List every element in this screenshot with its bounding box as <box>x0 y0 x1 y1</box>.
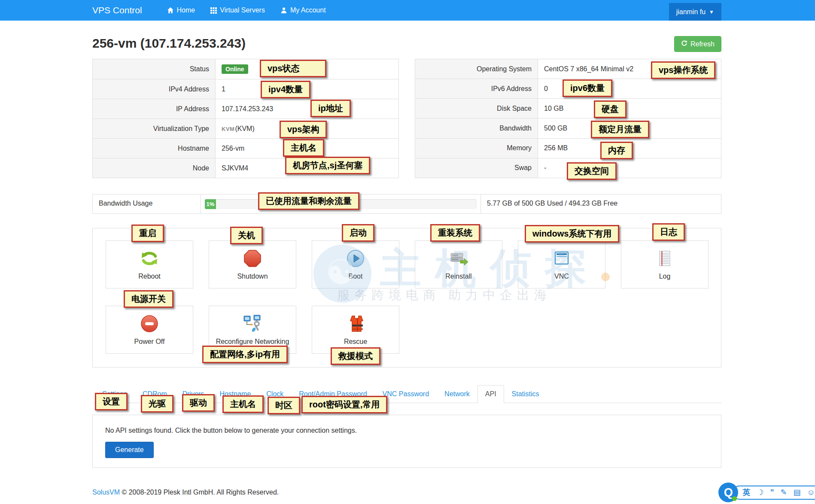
navbar: VPS Control Home Virtual Servers My Acco… <box>0 0 815 21</box>
wrench-icon[interactable]: ✎ <box>781 489 787 496</box>
annotation-cdrom: 光驱 <box>141 395 173 413</box>
annotation-clock: 时区 <box>268 397 300 414</box>
vnc-window-icon <box>552 249 571 268</box>
annotation-settings: 设置 <box>95 393 128 410</box>
rescue-button[interactable]: Rescue <box>312 306 399 354</box>
refresh-button[interactable]: Refresh <box>674 36 721 52</box>
refresh-label: Refresh <box>690 40 715 48</box>
refresh-icon <box>681 40 687 48</box>
table-row: Hostname 256-vm <box>93 139 399 158</box>
api-message: No API settings found. Click the button … <box>105 427 709 434</box>
annotation-boot: 启动 <box>342 224 374 242</box>
power-off-button[interactable]: Power Off <box>106 306 193 354</box>
power-off-icon <box>140 314 159 333</box>
tile-label: Reinstall <box>445 273 471 280</box>
row-value: 107.174.253.243 <box>216 99 399 119</box>
annotation-virtualization: vps架构 <box>280 121 327 138</box>
log-button[interactable]: Log <box>621 240 709 288</box>
annotation-status: vps状态 <box>260 60 326 77</box>
home-icon <box>167 7 174 14</box>
table-row: IPv4 Address 1 <box>93 79 399 99</box>
bandwidth-progress-fill: 1% <box>205 199 216 209</box>
user-menu-button[interactable]: jianmin fu ▼ <box>669 3 721 21</box>
clipboard-icon[interactable]: ▤ <box>794 489 801 496</box>
tile-label: Boot <box>349 273 363 280</box>
vnc-button[interactable]: VNC <box>518 240 605 288</box>
bandwidth-usage-row: Bandwidth Usage 1% 5.77 GB of 500 GB Use… <box>92 194 721 214</box>
user-name: jianmin fu <box>676 8 706 16</box>
bandwidth-summary: 5.77 GB of 500 GB Used / 494.23 GB Free <box>481 194 721 213</box>
annotation-hostname-tab: 主机名 <box>222 395 264 413</box>
boot-button[interactable]: Boot <box>312 240 399 288</box>
row-label: Disk Space <box>415 99 538 118</box>
actions-row-1: Reboot Shutdown Boot Reinstall VNC Log <box>106 240 721 288</box>
nav-item-virtual-servers[interactable]: Virtual Servers <box>203 0 273 21</box>
row-label: Virtualization Type <box>93 119 216 139</box>
page-title: 256-vm (107.174.253.243) <box>92 36 246 51</box>
log-icon <box>655 249 674 268</box>
row-value: 10 GB <box>538 99 721 118</box>
nav-item-label: Virtual Servers <box>220 6 265 14</box>
annotation-swap: 交换空间 <box>567 162 617 180</box>
tile-label: Shutdown <box>237 273 268 280</box>
annotation-root-password: root密码设置,常用 <box>301 396 387 413</box>
footer: SolusVM © 2008-2019 Plesk Intl GmbH. All… <box>92 489 721 496</box>
actions-panel: Reboot Shutdown Boot Reinstall VNC Log <box>92 228 721 367</box>
nav-item-home[interactable]: Home <box>159 0 203 21</box>
brand-link[interactable]: VPS Control <box>92 5 142 15</box>
solusvm-link[interactable]: SolusVM <box>92 489 120 496</box>
boot-icon <box>346 249 365 268</box>
row-label: IPv4 Address <box>93 79 216 99</box>
annotation-vnc: windows系统下有用 <box>525 225 619 243</box>
reinstall-button[interactable]: Reinstall <box>415 240 502 288</box>
nav-item-label: My Account <box>290 6 326 14</box>
table-row: IP Address 107.174.253.243 <box>93 99 399 119</box>
kvm-logo: KVM <box>222 126 234 132</box>
life-vest-icon <box>346 314 365 333</box>
row-label: Memory <box>415 138 538 158</box>
tab-statistics[interactable]: Statistics <box>504 385 547 403</box>
tile-label: Reboot <box>138 273 161 280</box>
title-row: 256-vm (107.174.253.243) Refresh <box>92 36 721 52</box>
annotation-reboot: 重启 <box>131 225 164 242</box>
quote-icon[interactable]: ” <box>770 489 774 496</box>
row-label: Status <box>93 59 216 79</box>
virtualization-value: (KVM) <box>235 125 254 132</box>
info-tables: Status Online IPv4 Address 1 IP Address … <box>92 59 721 178</box>
annotation-reinstall: 重装系统 <box>430 224 480 242</box>
table-row: Disk Space 10 GB <box>415 99 721 118</box>
copyright-text: © 2008-2019 Plesk Intl GmbH. All Rights … <box>122 489 279 496</box>
reboot-button[interactable]: Reboot <box>106 240 193 288</box>
row-label: Bandwidth <box>415 118 538 138</box>
annotation-ipv4: ipv4数量 <box>261 81 310 98</box>
language-icon[interactable]: 英 <box>742 489 750 496</box>
annotation-reconfigure: 配置网络,多ip有用 <box>202 346 288 363</box>
tab-network[interactable]: Network <box>437 385 477 403</box>
status-badge: Online <box>222 64 248 74</box>
annotation-rescue: 救援模式 <box>331 347 380 365</box>
shutdown-button[interactable]: Shutdown <box>209 240 296 288</box>
tile-label: VNC <box>554 273 569 280</box>
ime-logo[interactable]: Q <box>718 483 738 502</box>
annotation-drivers: 驱动 <box>182 394 215 412</box>
ime-toolbar: Q 英 ☽ ” ✎ ▤ ☺ <box>718 483 815 502</box>
emoji-icon[interactable]: ☺ <box>807 489 815 496</box>
nav-item-label: Home <box>177 6 195 14</box>
moon-icon[interactable]: ☽ <box>757 489 763 496</box>
annotation-log: 日志 <box>652 223 685 241</box>
nav-item-my-account[interactable]: My Account <box>273 0 334 21</box>
annotation-ipv6: ipv6数量 <box>563 79 612 97</box>
table-row: Memory 256 MB <box>415 138 721 158</box>
tile-label: Power Off <box>134 338 165 346</box>
annotation-ip: ip地址 <box>310 100 351 117</box>
row-label: Operating System <box>415 59 538 79</box>
generate-button[interactable]: Generate <box>105 442 154 458</box>
row-label: Swap <box>415 158 538 178</box>
reinstall-icon <box>448 249 469 268</box>
reboot-icon <box>140 249 159 268</box>
annotation-disk: 硬盘 <box>594 100 626 118</box>
annotation-node: 机房节点,sj圣何塞 <box>285 157 370 174</box>
tab-api[interactable]: API <box>477 385 504 403</box>
annotation-os: vps操作系统 <box>651 61 715 79</box>
annotation-hostname: 主机名 <box>283 139 324 157</box>
